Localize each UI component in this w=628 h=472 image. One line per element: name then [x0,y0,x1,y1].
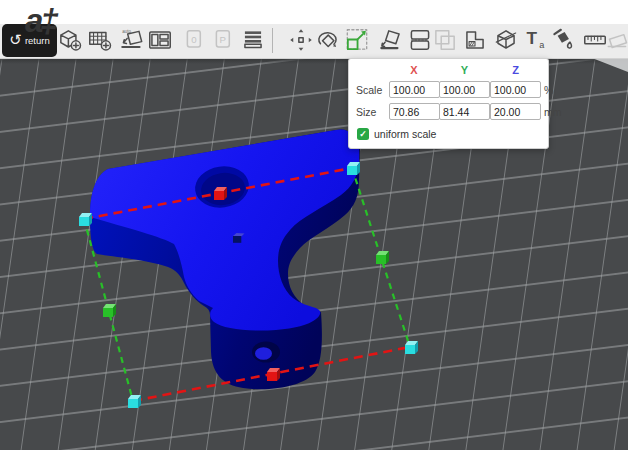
lay-flat-icon [377,26,405,54]
model-boss-hole-inner [255,347,272,360]
scale-icon [343,26,371,54]
edge-button [603,25,628,55]
support-button[interactable] [460,25,490,55]
paste-button: P [210,25,240,55]
bottom-white-strip [0,450,628,472]
scale-y-input[interactable] [439,81,490,98]
clone-icon [431,26,459,54]
svg-text:a: a [539,40,545,50]
uniform-scale-label: uniform scale [374,128,436,140]
support-icon [461,26,489,54]
add-plate-button[interactable] [85,25,115,55]
size-unit: mm [541,106,557,118]
svg-text:T: T [526,28,537,48]
size-row-label: Size [356,106,389,118]
scale-handle-x-bottom[interactable] [267,368,280,381]
add-model-button[interactable] [55,25,85,55]
size-y-input[interactable] [439,103,490,120]
paint-button[interactable] [548,25,578,55]
size-z-input[interactable] [490,103,541,120]
scale-handle-corner-sw[interactable] [128,395,141,408]
scale-handle-x-top[interactable] [214,187,227,200]
cut-button[interactable] [491,25,521,55]
text-icon: Ta [521,26,549,54]
layers-button[interactable] [238,25,268,55]
copy-icon: 0 [182,26,210,54]
axis-y-header: Y [439,64,490,76]
paint-icon [549,26,577,54]
check-icon: ✓ [359,129,367,139]
lay-flat-button[interactable] [376,25,406,55]
scale-handle-corner-se[interactable] [405,341,418,354]
scale-button[interactable] [342,25,372,55]
scale-handle-corner-ne[interactable] [347,162,360,175]
svg-text:0: 0 [191,34,197,45]
text-button[interactable]: Ta [520,25,550,55]
add-model-icon [56,26,84,54]
svg-text:P: P [220,34,226,45]
edge-icon [604,26,628,54]
copy-button: 0 [181,25,211,55]
scale-handle-corner-nw[interactable] [79,213,92,226]
auto-arrange-icon: auto [118,26,146,54]
scale-handle-y-right[interactable] [376,251,389,264]
cut-icon [492,26,520,54]
rotate-icon [314,26,342,54]
plate-layout-button[interactable] [145,25,175,55]
return-label: return [25,35,50,46]
scale-tool-panel: X Y Z Scale % Size mm ✓ uniform scale [348,58,549,149]
scale-handle-y-left[interactable] [103,304,116,317]
move-button[interactable] [286,25,316,55]
paste-icon: P [211,26,239,54]
scale-z-input[interactable] [490,81,541,98]
move-icon [287,26,315,54]
add-plate-icon [86,26,114,54]
return-button[interactable]: ↺ return [2,24,57,57]
undo-arrow-icon: ↺ [9,32,22,47]
size-x-input[interactable] [389,103,440,120]
layers-icon [239,26,267,54]
scale-unit: % [541,84,557,96]
axis-x-header: X [389,64,439,76]
toolbar-separator [272,28,273,53]
axis-z-header: Z [490,64,541,76]
auto-arrange-button[interactable]: auto [117,25,147,55]
rotate-button[interactable] [313,25,343,55]
model-square-recess [233,236,241,243]
clone-button [430,25,460,55]
main-toolbar: auto0PTa [0,24,628,59]
plate-layout-icon [146,26,174,54]
scale-row-label: Scale [356,84,389,96]
scale-x-input[interactable] [389,81,440,98]
uniform-scale-checkbox[interactable]: ✓ [357,128,369,140]
viewport-corner-artifact [592,58,628,72]
